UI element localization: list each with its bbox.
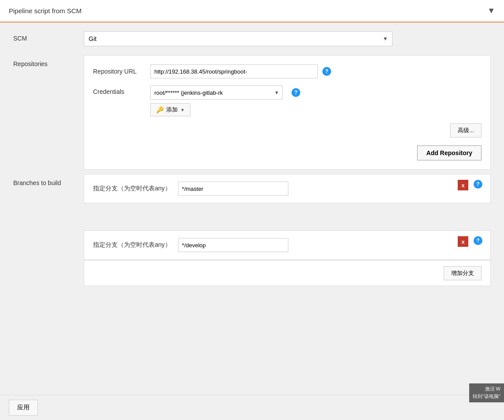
watermark-line2: 转到"该电脑" bbox=[473, 393, 500, 401]
branches-panels: 指定分支（为空时代表any） x ? 指定分支（为空时代表any） x ? 增加… bbox=[84, 174, 491, 286]
repo-buttons-row: 高级... Add Repository bbox=[93, 123, 482, 160]
apply-button[interactable]: 应用 bbox=[9, 400, 38, 416]
pipeline-collapse-arrow[interactable]: ▼ bbox=[487, 6, 495, 15]
add-repository-button[interactable]: Add Repository bbox=[417, 145, 482, 160]
branch-panel-2: 指定分支（为空时代表any） x ? bbox=[84, 230, 491, 260]
branches-spacer bbox=[84, 204, 491, 230]
credentials-label: Credentials bbox=[93, 85, 150, 95]
repositories-label: Repositories bbox=[13, 55, 84, 67]
add-branch-button[interactable]: 增加分支 bbox=[444, 266, 482, 280]
add-dropdown-arrow: ▼ bbox=[180, 108, 185, 112]
repositories-panel: Repository URL ? Credentials - 无 - root/… bbox=[84, 55, 491, 170]
bottom-bar: 应用 bbox=[0, 395, 504, 420]
branch2-input[interactable] bbox=[178, 238, 288, 252]
branch2-help-icon[interactable]: ? bbox=[474, 236, 482, 245]
pipeline-header-title: Pipeline script from SCM bbox=[9, 7, 82, 15]
credentials-select[interactable]: - 无 - root/****** (jenkins-gitlab-rk bbox=[150, 85, 283, 100]
main-content: SCM None Git Subversion Repositories Rep… bbox=[0, 22, 504, 299]
credentials-add-button[interactable]: 🔑 添加 ▼ bbox=[150, 103, 190, 116]
add-label: 添加 bbox=[166, 106, 178, 114]
credentials-select-wrapper[interactable]: - 无 - root/****** (jenkins-gitlab-rk bbox=[150, 85, 283, 100]
pipeline-header: Pipeline script from SCM ▼ bbox=[0, 0, 504, 22]
advanced-button[interactable]: 高级... bbox=[450, 123, 482, 138]
scm-control-area: None Git Subversion bbox=[84, 31, 491, 46]
watermark-line1: 激活 W bbox=[473, 385, 500, 393]
scm-select[interactable]: None Git Subversion bbox=[84, 31, 392, 46]
branch2-delete-button[interactable]: x bbox=[458, 236, 468, 247]
branch1-help-icon[interactable]: ? bbox=[474, 180, 482, 189]
key-icon: 🔑 bbox=[156, 106, 164, 113]
branch1-delete-button[interactable]: x bbox=[458, 180, 468, 190]
credentials-row: Credentials - 无 - root/****** (jenkins-g… bbox=[93, 85, 482, 116]
branch2-label: 指定分支（为空时代表any） bbox=[93, 241, 171, 249]
branch1-label: 指定分支（为空时代表any） bbox=[93, 185, 171, 193]
branches-label: Branches to build bbox=[13, 174, 84, 186]
branches-row: Branches to build 指定分支（为空时代表any） x ? 指定分… bbox=[13, 174, 491, 286]
credentials-controls: - 无 - root/****** (jenkins-gitlab-rk ? 🔑… bbox=[150, 85, 300, 116]
repo-url-help-icon[interactable]: ? bbox=[322, 67, 331, 76]
page-wrapper: Pipeline script from SCM ▼ SCM None Git … bbox=[0, 0, 504, 420]
repo-url-input[interactable] bbox=[150, 64, 318, 78]
scm-select-wrapper[interactable]: None Git Subversion bbox=[84, 31, 392, 46]
repo-url-row: Repository URL ? bbox=[93, 64, 482, 78]
branch1-input[interactable] bbox=[178, 182, 288, 196]
add-branch-row: 增加分支 bbox=[84, 260, 491, 286]
repo-url-label: Repository URL bbox=[93, 68, 150, 75]
branch-panel-1: 指定分支（为空时代表any） x ? bbox=[84, 174, 491, 203]
scm-label: SCM bbox=[13, 31, 84, 42]
scm-row: SCM None Git Subversion bbox=[13, 31, 491, 46]
watermark: 激活 W 转到"该电脑" bbox=[469, 383, 504, 402]
credentials-help-icon[interactable]: ? bbox=[291, 88, 300, 97]
repositories-row: Repositories Repository URL ? Credential… bbox=[13, 55, 491, 170]
